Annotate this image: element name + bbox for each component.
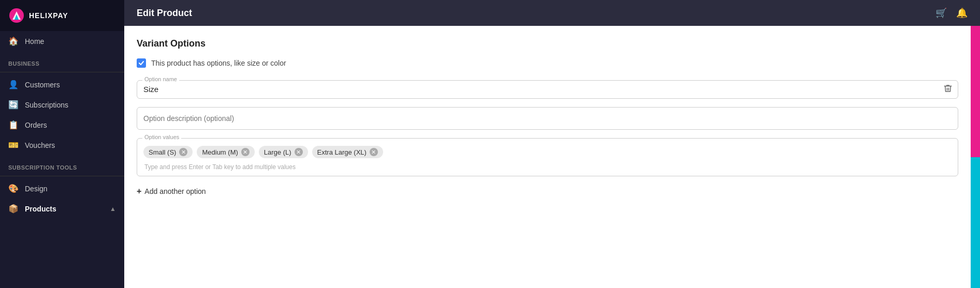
vouchers-label: Vouchers [25, 141, 116, 149]
sidebar-item-products[interactable]: 📦 Products ▲ [0, 199, 124, 219]
option-values-chips: Small (S) ✕ Medium (M) ✕ Large (L) ✕ E [143, 144, 952, 160]
sidebar-item-subscriptions[interactable]: 🔄 Subscriptions [0, 95, 124, 115]
chip-small-label: Small (S) [149, 148, 176, 156]
content-area: Variant Options This product has options… [124, 26, 980, 288]
values-hint: Type and press Enter or Tab key to add m… [143, 163, 952, 173]
option-values-legend: Option values [142, 134, 181, 140]
customers-label: Customers [25, 81, 116, 89]
cart-icon[interactable]: 🛒 [935, 7, 947, 19]
logo-area: HELIXPAY [0, 0, 124, 31]
checkmark-icon [138, 60, 144, 66]
home-label: Home [25, 37, 116, 46]
main-area: Edit Product 🛒 🔔 Variant Options This pr… [124, 0, 980, 288]
chip-xl: Extra Large (XL) ✕ [312, 146, 383, 158]
delete-option-button[interactable] [943, 84, 953, 95]
chip-xl-remove[interactable]: ✕ [370, 148, 378, 156]
add-option-label: Add another option [144, 187, 206, 195]
plus-icon: + [137, 187, 141, 196]
chip-medium-remove[interactable]: ✕ [241, 148, 250, 156]
chip-small: Small (S) ✕ [143, 146, 193, 158]
orders-icon: 📋 [8, 120, 19, 130]
has-options-label: This product has options, like size or c… [151, 59, 286, 67]
subscription-tools-section-label: Subscription Tools [0, 155, 124, 174]
products-icon: 📦 [8, 204, 19, 214]
logo-icon [8, 7, 25, 24]
sidebar: HELIXPAY 🏠 Home Business 👤 Customers 🔄 S… [0, 0, 124, 288]
option-name-field-group: Option name [137, 80, 958, 99]
sidebar-item-customers[interactable]: 👤 Customers [0, 74, 124, 95]
subscriptions-icon: 🔄 [8, 100, 19, 110]
chip-medium-label: Medium (M) [202, 148, 238, 156]
notification-icon[interactable]: 🔔 [956, 7, 968, 19]
variant-options-title: Variant Options [137, 38, 958, 49]
orders-label: Orders [25, 121, 116, 129]
option-description-input[interactable] [143, 114, 952, 123]
chip-small-remove[interactable]: ✕ [179, 148, 187, 156]
design-label: Design [25, 185, 116, 193]
has-options-checkbox[interactable] [137, 58, 146, 68]
chip-medium: Medium (M) ✕ [197, 146, 254, 158]
has-options-checkbox-row: This product has options, like size or c… [137, 58, 958, 68]
logo-text: HELIXPAY [29, 11, 68, 20]
variant-options-section: Variant Options This product has options… [124, 26, 971, 208]
business-divider [0, 72, 124, 72]
customers-icon: 👤 [8, 80, 19, 89]
blue-bar [971, 157, 980, 289]
tools-divider [0, 176, 124, 176]
trash-icon [943, 84, 953, 93]
business-section-label: Business [0, 51, 124, 70]
chip-large-remove[interactable]: ✕ [295, 148, 303, 156]
chip-large: Large (L) ✕ [259, 146, 308, 158]
pink-bar [971, 26, 980, 157]
chip-xl-label: Extra Large (XL) [317, 148, 367, 156]
sidebar-item-vouchers[interactable]: 🎫 Vouchers [0, 135, 124, 155]
option-values-group: Option values Small (S) ✕ Medium (M) ✕ L… [137, 138, 958, 176]
products-label: Products [25, 205, 104, 213]
content-main: Variant Options This product has options… [124, 26, 971, 288]
option-name-legend: Option name [142, 76, 179, 82]
vouchers-icon: 🎫 [8, 140, 19, 150]
option-name-input[interactable] [143, 85, 937, 94]
add-option-button[interactable]: + Add another option [137, 187, 206, 196]
option-description-field [137, 107, 958, 130]
sidebar-item-design[interactable]: 🎨 Design [0, 178, 124, 199]
chip-large-label: Large (L) [264, 148, 291, 156]
page-title: Edit Product [137, 8, 192, 19]
topbar-icons: 🛒 🔔 [935, 7, 968, 19]
topbar: Edit Product 🛒 🔔 [124, 0, 980, 26]
sidebar-item-home[interactable]: 🏠 Home [0, 31, 124, 51]
subscriptions-label: Subscriptions [25, 101, 116, 109]
sidebar-item-orders[interactable]: 📋 Orders [0, 115, 124, 135]
right-decoration [971, 26, 980, 288]
design-icon: 🎨 [8, 184, 19, 193]
products-chevron-icon: ▲ [110, 205, 116, 213]
home-icon: 🏠 [8, 36, 19, 46]
